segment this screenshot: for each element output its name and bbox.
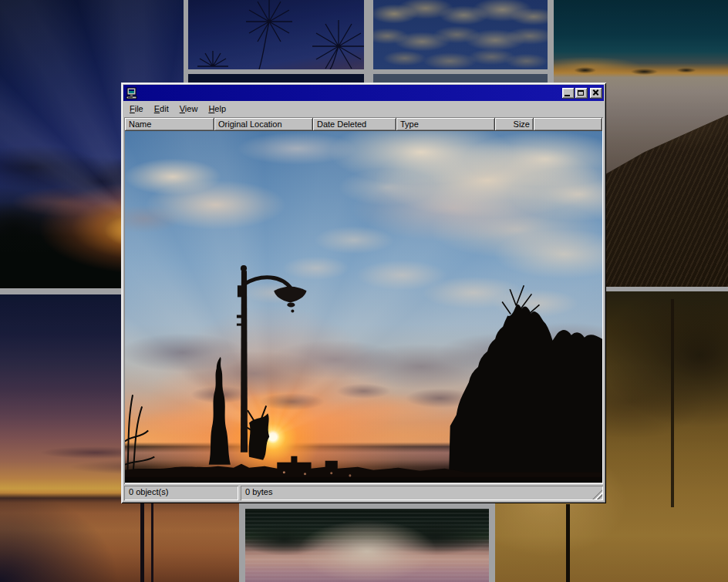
column-header-row: Name Original Location Date Deleted Type… (125, 118, 602, 131)
status-object-count: 0 object(s) (124, 486, 238, 500)
menu-view-rest: iew (185, 104, 198, 113)
close-button[interactable] (590, 88, 602, 99)
menu-file-rest: ile (135, 104, 143, 113)
column-header-size[interactable]: Size (495, 118, 534, 131)
window-controls (561, 88, 602, 99)
column-header-name[interactable]: Name (125, 118, 214, 131)
column-header-type[interactable]: Type (396, 118, 495, 131)
menu-help[interactable]: Help (203, 103, 231, 115)
menu-file[interactable]: File (124, 103, 149, 115)
column-header-spacer[interactable] (534, 118, 602, 131)
desktop: File Edit View Help Name Original Locati… (0, 0, 728, 582)
status-byte-count: 0 bytes (241, 486, 603, 500)
silhouette-graphics (125, 131, 602, 483)
resize-grip[interactable] (592, 489, 602, 500)
status-bar: 0 object(s) 0 bytes (124, 486, 603, 500)
menu-edit-rest: dit (160, 104, 169, 113)
menu-view[interactable]: View (174, 103, 204, 115)
column-header-original-location[interactable]: Original Location (214, 118, 313, 131)
menu-help-rest: elp (214, 104, 226, 113)
maximize-button[interactable] (575, 88, 588, 99)
recycle-bin-window: File Edit View Help Name Original Locati… (121, 82, 606, 503)
menu-edit-accel: E (154, 104, 160, 113)
column-header-date-deleted[interactable]: Date Deleted (313, 118, 396, 131)
sunset-photo-background[interactable] (125, 131, 602, 483)
file-list-view[interactable]: Name Original Location Date Deleted Type… (124, 117, 603, 484)
menu-edit[interactable]: Edit (149, 103, 174, 115)
menu-view-accel: V (180, 104, 185, 113)
menu-file-accel: F (130, 104, 135, 113)
menu-bar: File Edit View Help (123, 101, 604, 116)
computer-icon (126, 87, 138, 99)
status-bytes-text: 0 bytes (245, 487, 272, 496)
minimize-button[interactable] (562, 88, 575, 99)
title-bar[interactable] (123, 85, 604, 101)
